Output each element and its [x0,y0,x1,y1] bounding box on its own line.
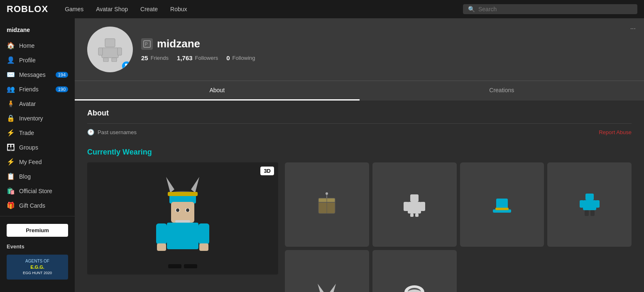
svg-point-6 [125,64,127,66]
sidebar-item-trade[interactable]: ⚡ Trade [0,125,75,140]
main-content: P midzane 25 Friends 1,763 Followers [75,18,644,292]
svg-point-36 [326,192,328,195]
following-label: Following [233,55,255,61]
followers-stat: 1,763 Followers [177,54,218,61]
3d-badge[interactable]: 3D [260,167,274,175]
past-usernames-text[interactable]: Past usernames [98,129,137,135]
verified-icon: P [141,38,153,50]
svg-rect-0 [105,39,115,47]
svg-rect-3 [118,48,122,55]
svg-rect-51 [590,210,595,216]
item-visual [381,258,448,292]
inventory-icon: 🔒 [7,114,15,122]
svg-rect-42 [415,213,419,217]
messages-icon: ✉️ [7,71,15,79]
logo: ROBLOX [7,4,48,15]
sidebar-item-label: Groups [19,144,38,151]
sidebar-item-label: Home [19,42,34,49]
currently-wearing-title: Currently Wearing [87,148,632,157]
official-store-icon: 🛍️ [7,187,15,195]
sidebar-item-messages[interactable]: ✉️ Messages 194 [0,67,75,82]
tab-creations[interactable]: Creations [360,81,644,101]
svg-rect-50 [585,210,589,216]
events-banner[interactable]: AGENTS OF E.G.G. EGG HUNT 2020 [7,255,68,280]
nav-robux[interactable]: Robux [170,6,187,12]
sidebar-item-label: Official Store [19,188,52,194]
sidebar-item-label: Messages [19,71,46,78]
wearing-content: 3D [87,162,632,292]
sidebar-item-friends[interactable]: 👥 Friends 190 [0,82,75,96]
svg-rect-29 [168,264,181,268]
avatar-icon: 🧍 [7,100,15,108]
avatar [87,27,133,72]
messages-badge: 194 [56,72,68,78]
sidebar-item-label: Inventory [19,115,43,122]
following-stat: 0 Following [226,54,255,61]
svg-rect-25 [157,243,166,251]
sidebar: midzane 🏠 Home 👤 Profile ✉️ Messages 194… [0,18,75,292]
currently-wearing-section: Currently Wearing 3D [75,144,644,292]
items-grid [285,162,632,292]
friends-icon: 👥 [7,85,15,93]
svg-rect-48 [580,200,584,208]
nav-links: Games Avatar Shop Create Robux [65,6,451,12]
list-item[interactable] [460,162,544,247]
sidebar-item-blog[interactable]: 📋 Blog [0,169,75,184]
sidebar-item-gift-cards[interactable]: 🎁 Gift Cards [0,198,75,213]
events-banner-sub: EGG HUNT 2020 [23,270,52,276]
svg-rect-15 [168,192,198,196]
sidebar-item-avatar[interactable]: 🧍 Avatar [0,96,75,111]
events-banner-title: AGENTS OF [23,258,52,264]
list-item[interactable] [372,250,457,292]
premium-button[interactable]: Premium [7,224,68,237]
list-item[interactable] [372,162,457,247]
tab-about[interactable]: About [75,81,360,101]
sidebar-item-profile[interactable]: 👤 Profile [0,53,75,67]
list-item[interactable] [285,162,369,247]
svg-rect-47 [583,200,596,210]
sidebar-item-label: Trade [19,130,34,136]
more-options-button[interactable]: ··· [630,25,636,32]
svg-point-19 [176,209,179,212]
sidebar-item-official-store[interactable]: 🛍️ Official Store [0,184,75,198]
trade-icon: ⚡ [7,129,15,137]
sidebar-item-inventory[interactable]: 🔒 Inventory [0,111,75,125]
svg-rect-22 [167,223,198,249]
report-abuse-link[interactable]: Report Abuse [599,129,632,135]
list-item[interactable] [285,250,369,292]
search-input[interactable] [478,6,632,12]
item-visual [293,171,360,238]
sidebar-username: midzane [0,23,75,38]
avatar-add-friend-badge[interactable] [122,61,131,71]
profile-stats: 25 Friends 1,763 Followers 0 Following [141,54,632,61]
layout: midzane 🏠 Home 👤 Profile ✉️ Messages 194… [0,18,644,292]
nav-create[interactable]: Create [140,6,158,12]
friends-badge: 190 [56,86,68,92]
profile-icon: 👤 [7,56,15,64]
sidebar-item-home[interactable]: 🏠 Home [0,38,75,53]
nav-games[interactable]: Games [65,6,83,12]
svg-rect-2 [98,48,103,55]
svg-marker-52 [318,284,327,292]
myfeed-icon: ⚡ [7,158,15,166]
nav-avatar-shop[interactable]: Avatar Shop [96,6,128,12]
svg-rect-16 [171,202,194,223]
profile-name-row: P midzane [141,37,632,50]
list-item[interactable] [547,162,632,247]
sidebar-item-myfeed[interactable]: ⚡ My Feed [0,155,75,169]
svg-rect-23 [156,223,167,244]
sidebar-item-label: Blog [19,173,31,180]
friends-count: 25 [141,54,148,61]
blog-icon: 📋 [7,172,15,180]
svg-rect-39 [404,202,409,211]
svg-rect-49 [595,200,600,208]
sidebar-item-groups[interactable]: 👪 Groups [0,140,75,155]
past-usernames-row: 🕐 Past usernames Report Abuse [87,129,632,135]
about-divider [87,123,632,124]
events-label: Events [0,241,75,252]
svg-marker-13 [191,177,199,193]
svg-rect-41 [410,213,414,217]
profile-tabs: About Creations [75,81,644,101]
sidebar-divider [0,216,75,216]
svg-rect-38 [408,202,421,213]
